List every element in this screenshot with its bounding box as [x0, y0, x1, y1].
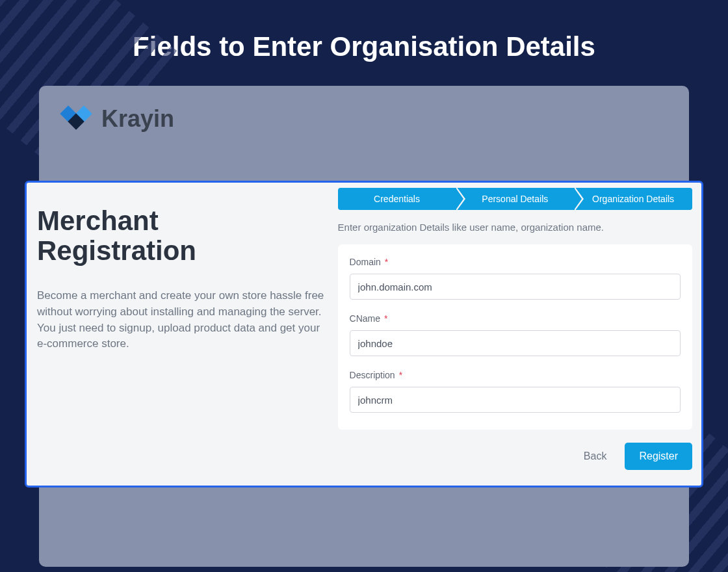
- required-indicator: *: [385, 257, 388, 267]
- domain-label: Domain*: [350, 257, 389, 267]
- register-button[interactable]: Register: [625, 443, 692, 470]
- domain-input[interactable]: [350, 274, 681, 300]
- field-cname: CName*: [350, 313, 681, 356]
- registration-modal: Merchant Registration Become a merchant …: [25, 181, 703, 488]
- brand: Krayin: [58, 104, 670, 134]
- label-text: Description: [350, 370, 395, 380]
- required-indicator: *: [384, 313, 387, 324]
- cname-input[interactable]: [350, 330, 681, 356]
- step-personal-details[interactable]: Personal Details: [456, 188, 574, 210]
- description-input[interactable]: [350, 387, 681, 413]
- modal-right-pane: Credentials Personal Details Organizatio…: [338, 188, 692, 470]
- step-label: Organization Details: [592, 194, 674, 204]
- step-label: Personal Details: [482, 194, 548, 204]
- step-organization-details[interactable]: Organization Details: [574, 188, 692, 210]
- step-credentials[interactable]: Credentials: [338, 188, 456, 210]
- label-text: CName: [350, 313, 380, 324]
- stepper-description: Enter organization Details like user nam…: [338, 222, 692, 233]
- page-title: Fields to Enter Organisation Details: [0, 31, 728, 62]
- modal-left-pane: Merchant Registration Become a merchant …: [36, 188, 338, 470]
- field-domain: Domain*: [350, 256, 681, 300]
- step-label: Credentials: [374, 194, 420, 204]
- label-text: Domain: [350, 257, 381, 267]
- description-label: Description*: [350, 370, 402, 380]
- field-description: Description*: [350, 369, 681, 413]
- registration-title: Merchant Registration: [37, 206, 325, 266]
- cname-label: CName*: [350, 313, 388, 324]
- organization-form: Domain* CName* Description*: [338, 244, 692, 430]
- back-button[interactable]: Back: [584, 450, 607, 462]
- registration-description: Become a merchant and create your own st…: [37, 288, 325, 352]
- brand-logo-icon: [58, 104, 94, 134]
- brand-name: Krayin: [101, 105, 174, 133]
- stepper: Credentials Personal Details Organizatio…: [338, 188, 692, 210]
- required-indicator: *: [399, 370, 402, 380]
- form-actions: Back Register: [338, 443, 692, 470]
